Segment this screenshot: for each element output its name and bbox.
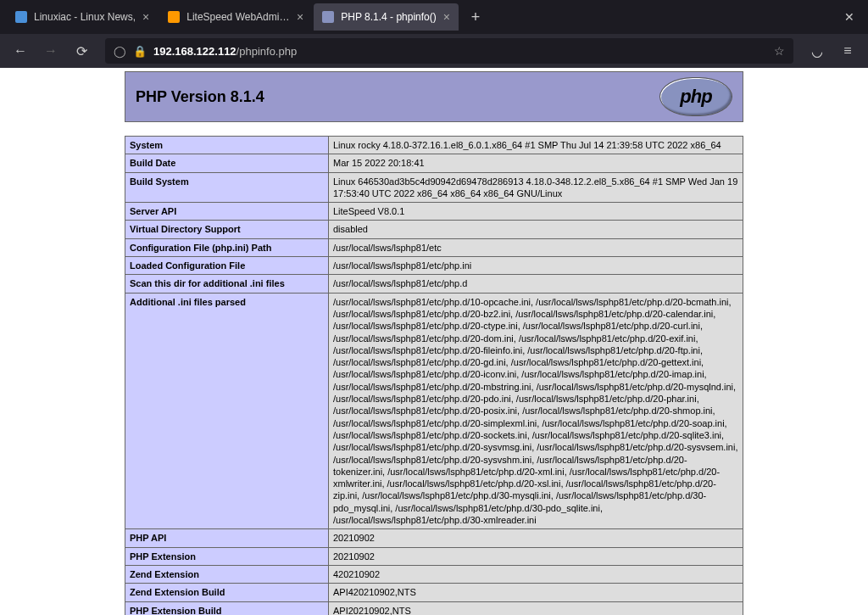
table-row: Configuration File (php.ini) Path/usr/lo… [125,238,743,256]
new-tab-button[interactable]: + [464,5,487,29]
config-key: Server API [125,203,329,221]
table-row: Build SystemLinux 646530ad3b5c4d90942d69… [125,172,743,203]
config-value: 420210902 [329,565,743,583]
reload-button[interactable]: ⟳ [68,37,95,64]
browser-tab[interactable]: Linuxiac - Linux News,× [7,3,158,31]
tab-favicon-icon [322,11,334,23]
config-key: System [125,137,329,154]
menu-button[interactable]: ≡ [834,37,861,64]
table-row: PHP Extension BuildAPI20210902,NTS [125,601,743,615]
shield-icon: ◯ [114,45,126,58]
table-row: Server APILiteSpeed V8.0.1 [125,203,743,221]
config-value: /usr/local/lsws/lsphp81/etc/php.d/10-opc… [329,293,743,529]
table-row: Loaded Configuration File/usr/local/lsws… [125,257,743,275]
table-row: Build DateMar 15 2022 20:18:41 [125,154,743,172]
config-value: disabled [329,221,743,238]
table-row: Additional .ini files parsed/usr/local/l… [125,293,743,529]
bookmark-star-icon[interactable]: ☆ [774,44,785,58]
config-value: Linux 646530ad3b5c4d90942d69478d286913 4… [329,172,743,203]
table-row: SystemLinux rocky 4.18.0-372.16.1.el8_6.… [125,137,743,154]
tab-label: LiteSpeed WebAdmin C [186,11,290,23]
config-key: Zend Extension Build [125,584,329,601]
tab-favicon-icon [168,11,180,23]
config-value: /usr/local/lsws/lsphp81/etc/php.d [329,275,743,293]
tab-close-icon[interactable]: × [142,10,149,24]
config-value: /usr/local/lsws/lsphp81/etc [329,238,743,256]
config-key: Virtual Directory Support [125,221,329,238]
tab-bar: Linuxiac - Linux News,×LiteSpeed WebAdmi… [0,0,868,34]
phpinfo-table: SystemLinux rocky 4.18.0-372.16.1.el8_6.… [125,136,743,615]
address-bar[interactable]: ◯ 🔒 192.168.122.112/phpinfo.php ☆ [105,38,793,64]
page-title: PHP Version 8.1.4 [136,88,264,106]
table-row: Scan this dir for additional .ini files/… [125,275,743,293]
config-value: Linux rocky 4.18.0-372.16.1.el8_6.0.1.x8… [329,137,743,154]
config-key: PHP Extension Build [125,601,329,615]
url-path: /phpinfo.php [236,45,298,58]
tab-close-icon[interactable]: × [297,10,303,24]
url-text: 192.168.122.112/phpinfo.php [153,45,297,58]
config-key: Build Date [125,154,329,172]
config-key: PHP Extension [125,547,329,565]
php-logo: php [659,77,732,116]
table-row: PHP API20210902 [125,529,743,547]
config-key: Configuration File (php.ini) Path [125,238,329,256]
config-value: API420210902,NTS [329,584,743,601]
phpinfo-header: PHP Version 8.1.4 php [125,71,743,122]
tab-close-icon[interactable]: × [443,10,450,24]
config-key: Loaded Configuration File [125,257,329,275]
tab-label: PHP 8.1.4 - phpinfo() [341,11,437,23]
config-key: PHP API [125,529,329,547]
url-host: 192.168.122.112 [153,45,236,58]
forward-button[interactable]: → [37,37,64,64]
config-value: API20210902,NTS [329,601,743,615]
table-row: Zend Extension420210902 [125,565,743,583]
nav-bar: ← → ⟳ ◯ 🔒 192.168.122.112/phpinfo.php ☆ … [0,34,868,68]
config-key: Zend Extension [125,565,329,583]
config-value: Mar 15 2022 20:18:41 [329,154,743,172]
config-key: Additional .ini files parsed [125,293,329,529]
config-value: LiteSpeed V8.0.1 [329,203,743,221]
browser-window: Linuxiac - Linux News,×LiteSpeed WebAdmi… [0,0,868,615]
browser-tab[interactable]: LiteSpeed WebAdmin C× [159,3,312,31]
config-value: 20210902 [329,529,743,547]
lock-icon: 🔒 [133,45,147,58]
browser-tab[interactable]: PHP 8.1.4 - phpinfo()× [314,3,459,31]
tab-favicon-icon [15,11,27,23]
pocket-button[interactable]: ◡ [804,37,831,64]
table-row: PHP Extension20210902 [125,547,743,565]
page-content: PHP Version 8.1.4 php SystemLinux rocky … [0,68,868,615]
table-row: Zend Extension BuildAPI420210902,NTS [125,584,743,601]
config-key: Scan this dir for additional .ini files [125,275,329,293]
config-value: 20210902 [329,547,743,565]
back-button[interactable]: ← [7,37,34,64]
tab-label: Linuxiac - Linux News, [34,11,136,23]
table-row: Virtual Directory Supportdisabled [125,221,743,238]
window-close-button[interactable]: ✕ [837,7,861,27]
config-key: Build System [125,172,329,203]
config-value: /usr/local/lsws/lsphp81/etc/php.ini [329,257,743,275]
